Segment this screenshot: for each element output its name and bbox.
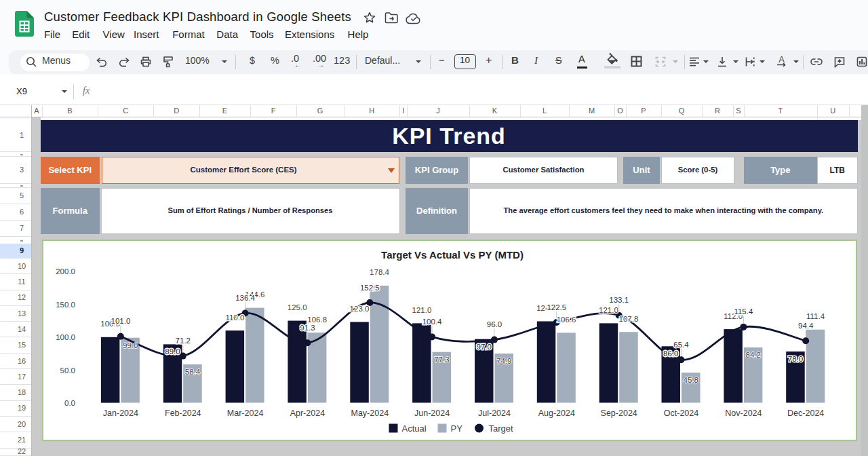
svg-text:110.0: 110.0 <box>225 313 244 321</box>
svg-text:May-2024: May-2024 <box>351 408 389 417</box>
svg-text:133.1: 133.1 <box>609 296 629 304</box>
svg-text:96.0: 96.0 <box>487 320 502 328</box>
svg-text:Sep-2024: Sep-2024 <box>601 408 637 417</box>
svg-text:A: A <box>778 54 785 64</box>
svg-text:Feb-2024: Feb-2024 <box>165 408 201 417</box>
svg-text:84.2: 84.2 <box>746 351 761 359</box>
svg-text:152.5: 152.5 <box>360 283 380 291</box>
svg-text:Nov-2024: Nov-2024 <box>725 408 762 417</box>
svg-text:PY: PY <box>451 423 463 433</box>
svg-text:99.0: 99.0 <box>123 341 138 349</box>
svg-text:178.4: 178.4 <box>370 268 389 276</box>
svg-text:101.0: 101.0 <box>111 317 131 325</box>
svg-text:94.4: 94.4 <box>798 321 814 329</box>
svg-text:77.3: 77.3 <box>434 355 449 363</box>
svg-text:Dec-2024: Dec-2024 <box>787 408 824 417</box>
svg-text:Jan-2024: Jan-2024 <box>103 408 138 417</box>
svg-text:121.0: 121.0 <box>412 305 432 314</box>
svg-text:45.8: 45.8 <box>684 376 698 384</box>
svg-text:71.2: 71.2 <box>176 337 191 345</box>
svg-text:100.4: 100.4 <box>422 317 442 325</box>
svg-text:Actual: Actual <box>402 423 427 433</box>
svg-text:Target Vs Actual Vs PY (MTD): Target Vs Actual Vs PY (MTD) <box>381 249 524 261</box>
svg-text:91.3: 91.3 <box>300 323 315 331</box>
svg-text:125.0: 125.0 <box>288 303 307 311</box>
svg-text:86.0: 86.0 <box>663 349 678 358</box>
svg-text:107.8: 107.8 <box>619 314 639 322</box>
svg-text:50.0: 50.0 <box>60 366 75 374</box>
svg-text:115.4: 115.4 <box>734 307 753 316</box>
svg-text:Aug-2024: Aug-2024 <box>538 408 575 417</box>
svg-text:122.5: 122.5 <box>547 303 566 311</box>
svg-text:74.9: 74.9 <box>496 357 511 365</box>
svg-text:0.0: 0.0 <box>64 398 75 406</box>
svg-text:Apr-2024: Apr-2024 <box>290 408 325 417</box>
svg-text:Jul-2024: Jul-2024 <box>478 408 511 417</box>
svg-text:136.4: 136.4 <box>235 294 255 302</box>
svg-text:121.0: 121.0 <box>599 305 618 314</box>
svg-text:Jun-2024: Jun-2024 <box>414 408 450 417</box>
svg-text:58.4: 58.4 <box>185 368 201 376</box>
svg-text:100.0: 100.0 <box>56 333 75 341</box>
svg-text:Mar-2024: Mar-2024 <box>227 408 264 417</box>
svg-text:106.8: 106.8 <box>307 315 327 323</box>
svg-text:78.0: 78.0 <box>788 355 803 363</box>
svg-text:Oct-2024: Oct-2024 <box>664 408 698 417</box>
svg-text:65.4: 65.4 <box>673 340 689 348</box>
svg-text:200.0: 200.0 <box>56 267 75 276</box>
svg-text:123.0: 123.0 <box>350 305 370 313</box>
svg-text:Target: Target <box>489 423 514 433</box>
svg-text:106.6: 106.6 <box>557 315 576 323</box>
svg-text:89.0: 89.0 <box>165 347 180 356</box>
svg-text:97.0: 97.0 <box>477 342 492 350</box>
svg-text:150.0: 150.0 <box>56 300 75 308</box>
svg-text:111.4: 111.4 <box>806 312 825 320</box>
